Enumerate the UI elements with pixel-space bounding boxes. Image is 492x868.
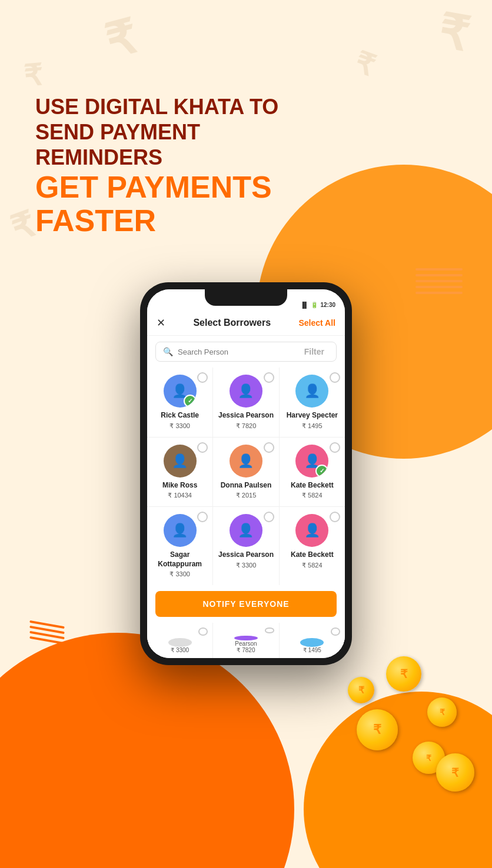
bottom-avatar-partial-1 [168, 638, 192, 647]
contact-name-0: Rick Castle [161, 411, 199, 420]
close-button[interactable]: ✕ [157, 316, 165, 329]
headline-section: USE DIGITAL KHATA TO SEND PAYMENT REMIND… [35, 94, 330, 238]
rupee-deco-1: ₹ [99, 9, 142, 69]
contact-card-kate-beckett-2[interactable]: 👤 Kate Beckett ₹ 5824 [280, 507, 345, 585]
contact-radio-5[interactable] [330, 442, 340, 453]
coin-1: ₹ [386, 656, 421, 692]
contact-avatar-3: 👤 [164, 445, 197, 478]
rupee-deco-4: ₹ [350, 45, 380, 83]
contact-card-rick-castle[interactable]: 👤 Rick Castle ₹ 3300 [147, 368, 212, 437]
contact-amount-1: ₹ 7820 [236, 422, 257, 430]
contact-name-3: Mike Ross [162, 481, 197, 490]
contact-radio-3[interactable] [197, 442, 208, 453]
contact-avatar-5: 👤 [295, 445, 328, 478]
contact-amount-6: ₹ 3300 [169, 570, 190, 578]
contact-name-6: Sagar Kottappuram [152, 550, 208, 569]
contact-radio-7[interactable] [264, 512, 274, 522]
deco-lines-left [29, 620, 65, 645]
battery-icon: 🔋 [311, 302, 318, 308]
contact-name-1: Jessica Pearson [218, 411, 274, 420]
notify-btn-container: NOTIFY EVERYONE [147, 585, 345, 623]
select-all-button[interactable]: Select All [298, 318, 335, 328]
contact-amount-8: ₹ 5824 [302, 562, 323, 569]
contact-avatar-2: 👤 [295, 375, 328, 408]
bottom-radio-1 [198, 627, 208, 635]
bottom-partial-row: ₹ 3300 Pearson ₹ 7820 ₹ 1495 [147, 623, 345, 658]
contact-amount-3: ₹ 10434 [168, 492, 192, 499]
notify-everyone-button[interactable]: NOTIFY EVERYONE [155, 591, 337, 617]
contact-radio-1[interactable] [264, 372, 274, 383]
headline-line1: USE DIGITAL KHATA TO SEND PAYMENT REMIND… [35, 94, 330, 171]
app-header: ✕ Select Borrowers Select All [147, 311, 345, 336]
phone-mockup: ▐▌ 🔋 12:30 ✕ Select Borrowers Select All… [140, 282, 352, 665]
contact-card-jessica-pearson-1[interactable]: 👤 Jessica Pearson ₹ 7820 [213, 368, 278, 437]
contact-avatar-0: 👤 [164, 375, 197, 408]
bottom-amount-1: ₹ 3300 [171, 647, 189, 653]
signal-icon: ▐▌ [300, 302, 308, 308]
bottom-radio-3 [331, 627, 340, 635]
search-input[interactable] [178, 348, 304, 356]
contact-avatar-4: 👤 [230, 445, 262, 478]
header-title: Select Borrowers [193, 318, 271, 328]
coin-2: ₹ [427, 697, 457, 727]
filter-button[interactable]: Filter [304, 347, 324, 356]
bottom-card-3: ₹ 1495 [280, 623, 345, 658]
bottom-name-2: Pearson [235, 640, 257, 647]
contact-amount-5: ₹ 5824 [302, 492, 323, 499]
rupee-deco-3: ₹ [22, 58, 44, 94]
bottom-card-1: ₹ 3300 [147, 623, 212, 658]
deco-lines-right [415, 265, 463, 298]
contact-card-jessica-pearson-2[interactable]: 👤 Jessica Pearson ₹ 3300 [213, 507, 278, 585]
contact-card-sagar[interactable]: 👤 Sagar Kottappuram ₹ 3300 [147, 507, 212, 585]
phone-screen: ▐▌ 🔋 12:30 ✕ Select Borrowers Select All… [147, 289, 345, 658]
contact-radio-8[interactable] [330, 512, 340, 522]
contact-avatar-8: 👤 [295, 514, 328, 547]
coin-3: ₹ [357, 709, 398, 750]
contact-avatar-1: 👤 [230, 375, 262, 408]
time-display: 12:30 [320, 302, 335, 308]
status-icons: ▐▌ 🔋 12:30 [300, 302, 335, 308]
coin-5: ₹ [348, 677, 374, 703]
bottom-avatar-partial-3 [300, 638, 324, 647]
contact-avatar-6: 👤 [164, 514, 197, 547]
bottom-amount-2: ₹ 7820 [237, 647, 255, 653]
contact-amount-2: ₹ 1495 [302, 422, 323, 430]
search-icon: 🔍 [163, 347, 173, 356]
contact-radio-0[interactable] [197, 372, 208, 383]
contact-amount-4: ₹ 2015 [236, 492, 257, 499]
bottom-card-2: Pearson ₹ 7820 [213, 623, 278, 658]
bottom-radio-2 [265, 627, 274, 633]
search-bar[interactable]: 🔍 Filter [155, 342, 337, 362]
contact-name-7: Jessica Pearson [218, 550, 274, 560]
contact-card-kate-beckett-1[interactable]: 👤 Kate Beckett ₹ 5824 [280, 438, 345, 507]
bottom-amount-3: ₹ 1495 [303, 647, 321, 653]
contact-amount-0: ₹ 3300 [169, 422, 190, 430]
headline-line2: GET PAYMENTS FASTER [35, 171, 330, 238]
contact-radio-4[interactable] [264, 442, 274, 453]
orange-circle-bottom [0, 633, 294, 868]
rupee-deco-2: ₹ [434, 4, 473, 62]
contact-radio-2[interactable] [330, 372, 340, 383]
phone-notch [205, 289, 287, 306]
contact-radio-6[interactable] [197, 512, 208, 522]
contacts-grid: 👤 Rick Castle ₹ 3300 👤 Jessica Pearson ₹… [147, 368, 345, 585]
contact-card-harvey-specter[interactable]: 👤 Harvey Specter ₹ 1495 [280, 368, 345, 437]
contact-name-2: Harvey Specter [287, 411, 338, 420]
contact-name-4: Donna Paulsen [221, 481, 272, 490]
contact-amount-7: ₹ 3300 [236, 562, 257, 569]
contact-card-mike-ross[interactable]: 👤 Mike Ross ₹ 10434 [147, 438, 212, 507]
phone-outer-frame: ▐▌ 🔋 12:30 ✕ Select Borrowers Select All… [140, 282, 352, 665]
contact-card-donna-paulsen[interactable]: 👤 Donna Paulsen ₹ 2015 [213, 438, 278, 507]
bottom-avatar-partial-2 [234, 636, 258, 641]
contact-avatar-7: 👤 [230, 514, 262, 547]
coin-6: ₹ [436, 753, 474, 792]
contact-name-5: Kate Beckett [291, 481, 334, 490]
contact-name-8: Kate Beckett [291, 550, 334, 560]
